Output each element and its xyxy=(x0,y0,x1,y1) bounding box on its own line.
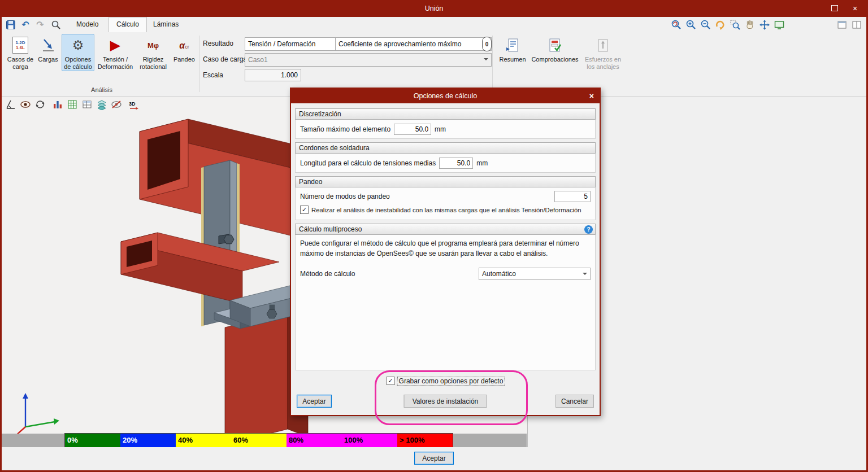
tab-calculo[interactable]: Cálculo xyxy=(108,17,147,33)
instability-checkbox[interactable]: ✓ xyxy=(300,206,309,214)
dialog-title: Opciones de cálculo xyxy=(291,89,600,103)
max-element-size-input[interactable] xyxy=(394,124,431,135)
multiprocess-panel: Puede configurar el método de cálculo qu… xyxy=(295,235,596,370)
ribbon-rotational-stiffness-button[interactable]: Mφ Rigidez rotacional xyxy=(136,34,170,71)
layers-button[interactable] xyxy=(96,98,108,111)
results-table-icon xyxy=(81,99,93,110)
ribbon-stress-strain-button[interactable]: ▶ Tensión / Deformación xyxy=(96,34,135,71)
layout-split-button[interactable] xyxy=(850,19,863,30)
chevron-down-icon xyxy=(583,273,587,277)
save-button[interactable] xyxy=(5,19,17,30)
utilization-scale: 0%20%40%60%80%100%> 100% xyxy=(2,434,527,447)
discretization-header: Discretización xyxy=(295,108,596,120)
toggle-units-button[interactable]: 0 xyxy=(482,37,492,51)
dialog-cancel-button[interactable]: Cancelar xyxy=(555,395,594,408)
pan-button[interactable] xyxy=(743,19,757,30)
svg-text:3D: 3D xyxy=(129,101,136,107)
rotational-stiffness-icon: Mφ xyxy=(147,42,159,49)
scale-segment: 80% xyxy=(287,434,342,447)
tab-modelo[interactable]: Modelo xyxy=(69,17,106,32)
scale-segment: 40% xyxy=(176,434,231,447)
view-3d-icon: 3D xyxy=(127,99,140,110)
buckling-panel: Número de modos de pandeo ✓ Realizar el … xyxy=(295,187,596,220)
resultado-combo[interactable]: Tensión / Deformación xyxy=(245,37,345,51)
main-accept-button[interactable]: Aceptar xyxy=(414,452,454,465)
dialog-titlebar[interactable]: Opciones de cálculo × xyxy=(291,89,600,103)
dialog-body: Discretización Tamaño máximo del element… xyxy=(291,103,600,415)
mesh-button[interactable] xyxy=(66,98,79,111)
redo-icon: ↷ xyxy=(36,20,44,29)
welds-header: Cordones de soldadura xyxy=(295,142,596,154)
zoom-in-button[interactable] xyxy=(684,19,698,30)
weld-length-unit: mm xyxy=(476,159,488,167)
ribbon-load-cases-button[interactable]: 1.2D1.6L Casos de carga xyxy=(6,34,34,71)
loads-icon xyxy=(41,38,55,53)
ribbon-loads-button[interactable]: Cargas xyxy=(36,34,60,63)
results-table-button[interactable] xyxy=(81,98,93,111)
ribbon-calc-options-button[interactable]: ⚙ Opciones de cálculo xyxy=(62,34,94,71)
redraw-button[interactable] xyxy=(714,19,727,30)
scale-segment: 0% xyxy=(65,434,120,447)
redo-button[interactable]: ↷ xyxy=(34,19,46,30)
fit-screen-button[interactable] xyxy=(772,19,786,30)
save-as-default-checkbox[interactable]: ✓ xyxy=(387,377,395,385)
gear-icon: ⚙ xyxy=(72,42,84,49)
ribbon-separator-2 xyxy=(492,36,493,92)
save-icon xyxy=(6,20,16,30)
weld-length-input[interactable] xyxy=(439,158,473,169)
measure-axes-icon xyxy=(5,99,16,110)
calc-method-combo[interactable]: Automático xyxy=(479,268,591,280)
hide-elements-button[interactable] xyxy=(110,98,123,111)
save-as-default-label[interactable]: Grabar como opciones por defecto xyxy=(398,377,505,385)
tab-laminas[interactable]: Láminas xyxy=(146,17,186,32)
multiprocess-description: Puede configurar el método de cálculo qu… xyxy=(300,238,587,259)
dialog-accept-button[interactable]: Aceptar xyxy=(297,395,332,408)
max-element-size-unit: mm xyxy=(435,125,446,133)
summary-report-icon xyxy=(505,38,520,53)
load-cases-icon: 1.2D1.6L xyxy=(12,37,28,54)
visibility-eye-icon xyxy=(20,99,31,110)
undo-button[interactable]: ↶ xyxy=(19,19,32,30)
measure-axes-button[interactable] xyxy=(5,98,17,111)
close-button[interactable]: × xyxy=(845,0,865,17)
view-3d-button[interactable]: 3D xyxy=(127,98,140,111)
maximize-icon xyxy=(831,5,838,11)
zoom-previous-icon xyxy=(671,19,682,30)
dialog-close-icon[interactable]: × xyxy=(589,89,594,103)
visibility-button[interactable] xyxy=(19,98,32,111)
ribbon-resumen-button[interactable]: Resumen xyxy=(498,34,527,63)
maximize-button[interactable] xyxy=(825,0,844,17)
axis-triad xyxy=(10,393,59,434)
zoom-out-button[interactable] xyxy=(699,19,713,30)
escala-input[interactable] xyxy=(245,69,301,81)
zoom-previous-button[interactable] xyxy=(670,19,683,30)
orbit-button[interactable] xyxy=(34,98,46,111)
coeficiente-combo[interactable]: Coeficiente de aprovechamiento máximo xyxy=(335,37,492,51)
weld-length-label: Longitud para el cálculo de tensiones me… xyxy=(300,159,436,167)
resultado-label: Resultado xyxy=(203,40,233,47)
check-icon: ✓ xyxy=(302,207,307,213)
window-titlebar[interactable]: Unión × xyxy=(0,0,868,17)
zoom-window-button[interactable] xyxy=(728,19,742,30)
window-title: Unión xyxy=(0,0,868,17)
redraw-icon xyxy=(715,19,726,30)
installation-values-button[interactable]: Valores de instalación xyxy=(404,395,487,408)
layout-split-icon xyxy=(851,19,862,30)
ribbon-buckling-button[interactable]: αcr Pandeo xyxy=(171,34,197,63)
caso-combo: Caso1 xyxy=(245,53,492,67)
ribbon-group-label: Análisis xyxy=(6,86,197,93)
discretization-panel: Tamaño máximo del elemento mm xyxy=(295,120,596,139)
window-border-left xyxy=(0,0,2,472)
check-icon: ✓ xyxy=(388,378,393,384)
help-icon[interactable]: ? xyxy=(584,225,593,234)
layout-single-button[interactable] xyxy=(835,19,849,30)
move-view-button[interactable] xyxy=(758,19,771,30)
buckling-icon: αcr xyxy=(171,36,197,55)
buckling-modes-label: Número de modos de pandeo xyxy=(300,193,390,200)
zoom-window-icon xyxy=(730,19,741,30)
buckling-modes-input[interactable] xyxy=(554,191,591,202)
internal-forces-button[interactable] xyxy=(51,98,64,111)
find-button[interactable] xyxy=(50,19,62,30)
ribbon-comprobaciones-button[interactable]: Comprobaciones xyxy=(528,34,581,63)
layers-icon xyxy=(96,99,107,110)
